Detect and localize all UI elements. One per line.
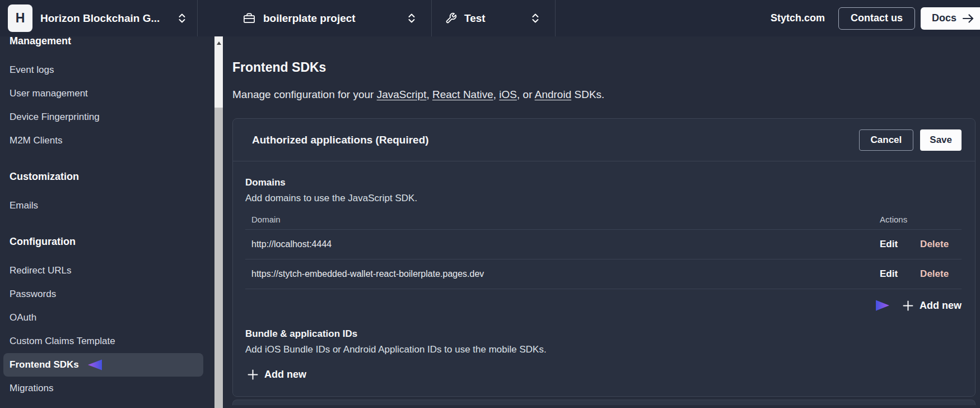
- intro-text-part: , or: [517, 89, 535, 100]
- delete-link[interactable]: Delete: [920, 239, 949, 250]
- sidebar-item-custom-claims-template[interactable]: Custom Claims Template: [0, 330, 214, 353]
- sidebar-item-frontend-sdks[interactable]: Frontend SDKs: [3, 353, 203, 377]
- annotation-arrow-left-icon: [87, 359, 132, 371]
- sidebar-item-migrations[interactable]: Migrations: [0, 377, 214, 400]
- org-switcher[interactable]: H Horizon Blockchain G...: [0, 0, 198, 36]
- table-header-row: Domain Actions: [245, 215, 962, 230]
- row-actions: Edit Delete: [880, 268, 962, 280]
- stytch-site-link[interactable]: Stytch.com: [771, 12, 825, 24]
- intro-text-part: Manage configuration for your: [232, 89, 377, 100]
- org-logo: H: [8, 4, 32, 32]
- add-new-label: Add new: [920, 300, 962, 312]
- sidebar-item-passwords[interactable]: Passwords: [0, 282, 214, 306]
- domains-add-new-button[interactable]: Add new: [903, 300, 962, 312]
- project-name: boilerplate project: [263, 12, 401, 25]
- intro-text-part: ,: [426, 89, 432, 100]
- ios-sdk-link[interactable]: iOS: [499, 89, 517, 100]
- chevron-updown-icon: [178, 13, 186, 24]
- authorized-applications-card: Authorized applications (Required) Cance…: [232, 118, 976, 397]
- react-native-sdk-link[interactable]: React Native: [432, 89, 493, 100]
- intro-text: Manage configuration for your JavaScript…: [232, 89, 976, 101]
- javascript-sdk-link[interactable]: JavaScript: [377, 89, 427, 100]
- sidebar-item-user-management[interactable]: User management: [0, 82, 214, 105]
- intro-text-part: ,: [493, 89, 500, 100]
- delete-link[interactable]: Delete: [920, 268, 949, 280]
- domains-table: Domain Actions http://localhost:4444 Edi…: [245, 215, 962, 322]
- arrow-right-icon: [962, 13, 974, 24]
- domain-value: http://localhost:4444: [245, 239, 880, 249]
- sidebar-item-label: Frontend SDKs: [10, 359, 79, 370]
- sidebar-section-management: Management: [0, 36, 214, 50]
- bundle-ids-heading: Bundle & application IDs: [245, 328, 962, 340]
- docs-button[interactable]: Docs: [921, 7, 980, 30]
- sidebar-item-emails[interactable]: Emails: [0, 194, 214, 217]
- sidebar-item-device-fingerprinting[interactable]: Device Fingerprinting: [0, 105, 214, 129]
- row-actions: Edit Delete: [880, 239, 962, 250]
- domains-heading: Domains: [245, 177, 962, 188]
- sidebar-section-customization: Customization: [0, 167, 214, 186]
- card-header: Authorized applications (Required) Cance…: [233, 119, 975, 161]
- sidebar-section-configuration: Configuration: [0, 232, 214, 251]
- briefcase-icon: [242, 12, 256, 25]
- save-button[interactable]: Save: [920, 129, 962, 151]
- sidebar-item-redirect-urls[interactable]: Redirect URLs: [0, 259, 214, 282]
- sidebar-item-event-logs[interactable]: Event logs: [0, 58, 214, 82]
- column-header-domain: Domain: [245, 215, 880, 224]
- domains-description: Add domains to use the JavaScript SDK.: [245, 193, 962, 204]
- top-bar: H Horizon Blockchain G... boilerplate pr…: [0, 0, 980, 36]
- intro-text-part: SDKs.: [571, 89, 604, 100]
- scrollbar-up-button[interactable]: [214, 36, 223, 50]
- sidebar-item-m2m-clients[interactable]: M2M Clients: [0, 129, 214, 152]
- chevron-updown-icon: [531, 13, 539, 24]
- project-switcher[interactable]: boilerplate project: [198, 0, 432, 36]
- column-header-actions: Actions: [880, 215, 962, 224]
- table-row: https://stytch-embedded-wallet-react-boi…: [245, 259, 962, 289]
- main-content: Frontend SDKs Manage configuration for y…: [223, 36, 980, 408]
- plus-icon: [903, 300, 913, 311]
- table-row: http://localhost:4444 Edit Delete: [245, 230, 962, 259]
- page-scrollbar[interactable]: [214, 36, 223, 408]
- annotation-arrow-right-icon: [848, 299, 890, 312]
- card-body: Domains Add domains to use the JavaScrip…: [233, 161, 975, 396]
- edit-link[interactable]: Edit: [880, 239, 898, 250]
- sidebar-item-oauth[interactable]: OAuth: [0, 306, 214, 330]
- environment-switcher[interactable]: Test: [432, 0, 556, 36]
- org-logo-letter: H: [16, 11, 25, 26]
- add-new-label: Add new: [264, 369, 306, 381]
- bundle-add-new-button[interactable]: Add new: [248, 369, 306, 381]
- card-title: Authorized applications (Required): [252, 134, 859, 146]
- page-title: Frontend SDKs: [232, 60, 976, 75]
- topbar-right: Stytch.com Contact us Docs: [771, 0, 980, 36]
- chevron-updown-icon: [408, 13, 416, 24]
- plus-icon: [248, 369, 258, 380]
- wrench-icon: [445, 12, 457, 24]
- edit-link[interactable]: Edit: [880, 268, 898, 280]
- scrollbar-thumb[interactable]: [214, 108, 223, 408]
- contact-us-button[interactable]: Contact us: [838, 7, 915, 30]
- domains-add-new-row: Add new: [245, 289, 962, 322]
- domain-value: https://stytch-embedded-wallet-react-boi…: [245, 269, 880, 279]
- environment-name: Test: [464, 12, 525, 25]
- org-name: Horizon Blockchain G...: [40, 12, 171, 25]
- triangle-up-icon: [217, 41, 221, 45]
- cancel-button[interactable]: Cancel: [859, 129, 914, 151]
- bundle-ids-description: Add iOS Bundle IDs or Android Applicatio…: [245, 344, 962, 355]
- sidebar-nav: Management Event logs User management De…: [0, 36, 214, 408]
- next-card-top-edge: [232, 400, 976, 405]
- docs-button-label: Docs: [932, 12, 956, 24]
- android-sdk-link[interactable]: Android: [535, 89, 572, 100]
